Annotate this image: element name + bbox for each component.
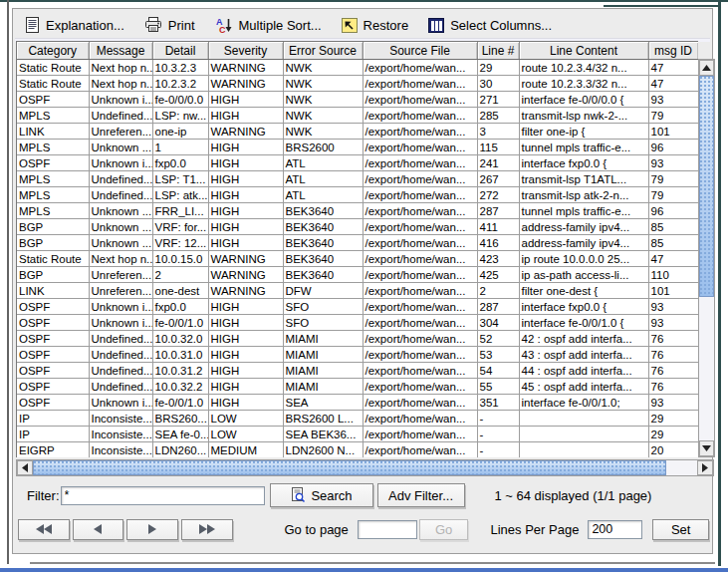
horizontal-scrollbar[interactable] bbox=[16, 459, 714, 476]
last-page-button[interactable] bbox=[181, 519, 233, 540]
table-row[interactable]: BGPUnknown ...VRF: 12...HIGHBEK3640/expo… bbox=[17, 235, 698, 251]
multiple-sort-button[interactable]: A C Multiple Sort... bbox=[215, 17, 322, 33]
table-row[interactable]: BGPUnknown ...VRF: for...HIGHBEK3640/exp… bbox=[17, 219, 698, 235]
lines-per-page-input[interactable] bbox=[588, 520, 642, 539]
adv-filter-button-label: Adv Filter... bbox=[388, 488, 453, 503]
table-row[interactable]: LINKUnreferen...one-ipWARNINGNWK/export/… bbox=[17, 124, 698, 140]
table-cell: Unknown i... bbox=[89, 315, 152, 331]
column-header-detail[interactable]: Detail bbox=[152, 42, 208, 60]
vertical-scrollbar[interactable] bbox=[698, 59, 715, 457]
table-cell: 85 bbox=[648, 235, 698, 251]
search-button[interactable]: Search bbox=[270, 483, 373, 507]
table-cell: WARNING bbox=[208, 267, 283, 283]
horizontal-scrollbar-track[interactable] bbox=[33, 460, 697, 475]
table-cell: Undefined... bbox=[89, 331, 152, 347]
column-header-severity[interactable]: Severity bbox=[208, 42, 283, 60]
table-cell: 10.0.31.2 bbox=[152, 363, 208, 379]
table-row[interactable]: MPLSUndefined...LSP: atk...HIGHATL/expor… bbox=[17, 187, 698, 203]
table-row[interactable]: OSPFUnknown i...fxp0.0HIGHATL/export/hom… bbox=[17, 155, 698, 171]
table-cell: MPLS bbox=[17, 171, 89, 187]
vertical-scrollbar-thumb[interactable] bbox=[699, 76, 714, 297]
table-cell: ATL bbox=[283, 187, 363, 203]
table-row[interactable]: Static RouteNext hop n...10.0.15.0WARNIN… bbox=[17, 251, 698, 267]
table-row[interactable]: Static RouteNext hop n...10.3.2.3WARNING… bbox=[17, 60, 698, 76]
table-cell: 287 bbox=[477, 203, 519, 219]
table-cell: 76 bbox=[648, 379, 698, 395]
column-header-msg-id[interactable]: msg ID bbox=[648, 42, 698, 60]
print-button[interactable]: Print bbox=[144, 17, 195, 33]
table-row[interactable]: OSPFUnknown i...fe-0/0/1.0HIGHSEA/export… bbox=[17, 395, 698, 411]
column-header-message[interactable]: Message bbox=[89, 42, 152, 60]
filter-input[interactable] bbox=[61, 486, 265, 505]
table-row[interactable]: OSPFUnknown i...fe-0/0/1.0HIGHSFO/export… bbox=[17, 315, 698, 331]
table-row[interactable]: OSPFUndefined...10.0.32.0HIGHMIAMI/expor… bbox=[17, 331, 698, 347]
horizontal-scrollbar-thumb[interactable] bbox=[33, 460, 666, 475]
explanation-button[interactable]: Explanation... bbox=[25, 17, 124, 33]
window-frame-bottom-accent bbox=[0, 568, 728, 572]
table-cell: 1 bbox=[152, 140, 208, 155]
table-cell: 47 bbox=[648, 76, 698, 92]
table-row[interactable]: EIGRPInconsiste...LDN260...MEDIUMLDN2600… bbox=[17, 442, 698, 458]
table-cell: Unreferen... bbox=[89, 267, 152, 283]
table-cell: 93 bbox=[648, 92, 698, 108]
table-row[interactable]: IPInconsiste...SEA fe-0...LOWSEA BEK36..… bbox=[17, 427, 698, 442]
column-header-category[interactable]: Category bbox=[17, 42, 89, 60]
multiple-sort-button-label: Multiple Sort... bbox=[239, 18, 322, 33]
table-cell: /export/home/wan... bbox=[363, 140, 477, 155]
table-cell: /export/home/wan... bbox=[363, 315, 477, 331]
window-frame-top-inner-line bbox=[604, 5, 720, 7]
next-page-button[interactable] bbox=[126, 519, 178, 540]
display-status: 1 ~ 64 displayed (1/1 page) bbox=[495, 488, 652, 503]
table-row[interactable]: OSPFUndefined...10.0.31.2HIGHMIAMI/expor… bbox=[17, 363, 698, 379]
table-row[interactable]: OSPFUndefined...10.0.31.0HIGHMIAMI/expor… bbox=[17, 347, 698, 363]
column-header-error-source[interactable]: Error Source bbox=[283, 42, 363, 60]
table-cell: 10.2.3.2 bbox=[152, 76, 208, 92]
table-cell: 10.0.32.2 bbox=[152, 379, 208, 395]
table-cell: 53 bbox=[477, 347, 519, 363]
table-row[interactable]: IPInconsiste...BRS260...LOWBRS2600 L.../… bbox=[17, 411, 698, 427]
table-row[interactable]: OSPFUnknown i...fxp0.0HIGHSFO/export/hom… bbox=[17, 299, 698, 315]
first-page-button[interactable] bbox=[18, 519, 70, 540]
table-row[interactable]: Static RouteNext hop n...10.2.3.2WARNING… bbox=[17, 76, 698, 92]
go-button[interactable]: Go bbox=[419, 519, 469, 540]
column-header-source-file[interactable]: Source File bbox=[363, 42, 477, 60]
column-header-line-content[interactable]: Line Content bbox=[519, 42, 648, 60]
table-row[interactable]: OSPFUndefined...10.0.32.2HIGHMIAMI/expor… bbox=[17, 379, 698, 395]
table-row[interactable]: MPLSUndefined...LSP: T1...HIGHATL/export… bbox=[17, 171, 698, 187]
table-cell: route 10.2.3.4/32 n... bbox=[519, 60, 648, 76]
table-cell: 110 bbox=[648, 267, 698, 283]
search-button-label: Search bbox=[311, 488, 352, 503]
table-row[interactable]: MPLSUnknown ...1HIGHBRS2600/export/home/… bbox=[17, 140, 698, 155]
scroll-up-button[interactable] bbox=[699, 60, 714, 76]
adv-filter-button[interactable]: Adv Filter... bbox=[377, 483, 465, 507]
arrow-right-icon bbox=[702, 463, 708, 472]
previous-page-button[interactable] bbox=[73, 519, 124, 540]
table-cell: transmit-lsp T1ATL... bbox=[519, 171, 648, 187]
select-columns-button[interactable]: Select Columns... bbox=[428, 18, 552, 33]
table-row[interactable]: MPLSUnknown ...FRR_LI...HIGHBEK3640/expo… bbox=[17, 203, 698, 219]
scroll-right-button[interactable] bbox=[697, 460, 713, 475]
scroll-left-button[interactable] bbox=[17, 460, 33, 475]
table-row[interactable]: MPLSUndefined...LSP: nw...HIGHNWK/export… bbox=[17, 108, 698, 124]
table-cell: Next hop n... bbox=[89, 60, 152, 76]
vertical-scrollbar-track[interactable] bbox=[699, 76, 714, 440]
table-cell: address-family ipv4... bbox=[519, 219, 648, 235]
table-row[interactable]: LINKUnreferen...one-destWARNINGDFW/expor… bbox=[17, 283, 698, 299]
table-row[interactable]: OSPFUnknown i...fe-0/0/0.0HIGHNWK/export… bbox=[17, 92, 698, 108]
table-row[interactable]: BGPUnreferen...2WARNINGBEK3640/export/ho… bbox=[17, 267, 698, 283]
table-cell: OSPF bbox=[17, 315, 89, 331]
page-input[interactable] bbox=[358, 520, 417, 539]
table-cell: MIAMI bbox=[283, 379, 363, 395]
table-cell: 44 : ospf add interfa... bbox=[519, 363, 648, 379]
table-cell: MEDIUM bbox=[208, 442, 283, 458]
set-button[interactable]: Set bbox=[652, 519, 709, 540]
table-cell: BEK3640 bbox=[283, 203, 363, 219]
restore-button[interactable]: Restore bbox=[342, 18, 409, 33]
error-log-table: CategoryMessageDetailSeverityError Sourc… bbox=[16, 41, 698, 457]
table-cell: MPLS bbox=[17, 108, 89, 124]
table-cell: interface fe-0/0/1.0; bbox=[519, 395, 648, 411]
table-cell: HIGH bbox=[208, 235, 283, 251]
table-cell bbox=[519, 411, 648, 427]
scroll-down-button[interactable] bbox=[699, 440, 714, 456]
column-header-line-[interactable]: Line # bbox=[477, 42, 519, 60]
